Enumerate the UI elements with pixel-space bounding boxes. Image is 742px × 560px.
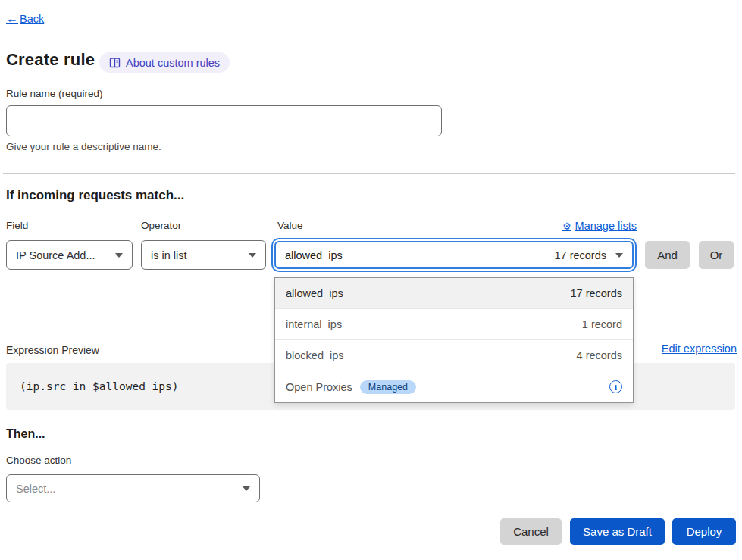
dropdown-option-allowed-ips[interactable]: allowed_ips 17 records xyxy=(275,278,633,309)
value-select-name: allowed_ips xyxy=(285,249,343,261)
list-name: internal_ips xyxy=(286,318,342,330)
page-title: Create rule xyxy=(6,50,95,70)
manage-lists-label: Manage lists xyxy=(575,220,637,232)
back-link-label: Back xyxy=(20,13,44,25)
about-custom-rules-label: About custom rules xyxy=(126,57,220,69)
list-count: 17 records xyxy=(570,287,622,299)
operator-label: Operator xyxy=(141,220,181,231)
list-name: blocked_ips xyxy=(286,349,344,361)
cancel-button[interactable]: Cancel xyxy=(500,518,562,545)
dropdown-option-open-proxies[interactable]: Open Proxies Managed i xyxy=(275,371,633,402)
back-link[interactable]: ←Back xyxy=(6,12,44,26)
expression-code: (ip.src in $allowed_ips) xyxy=(20,380,179,393)
gear-icon: ⚙ xyxy=(562,221,571,232)
choose-action-label: Choose action xyxy=(6,455,71,466)
value-label: Value xyxy=(277,220,303,231)
rule-name-label: Rule name (required) xyxy=(6,88,103,99)
book-icon xyxy=(109,58,121,68)
then-section-heading: Then... xyxy=(6,427,45,441)
value-dropdown-panel: allowed_ips 17 records internal_ips 1 re… xyxy=(274,277,634,403)
dropdown-option-internal-ips[interactable]: internal_ips 1 record xyxy=(275,309,633,340)
chevron-down-icon xyxy=(615,253,623,258)
rule-name-help-text: Give your rule a descriptive name. xyxy=(6,141,161,152)
rule-name-input[interactable] xyxy=(6,105,442,136)
expression-preview-label: Expression Preview xyxy=(6,344,99,356)
save-as-draft-button[interactable]: Save as Draft xyxy=(570,518,665,545)
section-divider xyxy=(3,173,735,174)
or-button[interactable]: Or xyxy=(699,241,734,269)
chevron-down-icon xyxy=(115,253,123,258)
chevron-down-icon xyxy=(243,486,250,491)
and-button[interactable]: And xyxy=(645,241,690,269)
field-select-value: IP Source Add... xyxy=(16,249,95,261)
manage-lists-link[interactable]: ⚙ Manage lists xyxy=(562,220,637,232)
about-custom-rules-link[interactable]: About custom rules xyxy=(99,52,230,73)
managed-badge: Managed xyxy=(360,380,416,394)
action-select[interactable]: Select... xyxy=(6,474,260,502)
match-section-heading: If incoming requests match... xyxy=(6,188,184,203)
value-select[interactable]: allowed_ips 17 records xyxy=(274,241,634,269)
info-icon[interactable]: i xyxy=(609,380,622,393)
value-select-count: 17 records xyxy=(554,249,606,261)
field-select[interactable]: IP Source Add... xyxy=(6,240,133,270)
operator-select-value: is in list xyxy=(151,249,187,261)
back-arrow-icon: ← xyxy=(6,12,18,26)
list-name: allowed_ips xyxy=(286,287,343,299)
list-count: 4 records xyxy=(577,349,622,361)
action-select-placeholder: Select... xyxy=(16,483,55,495)
list-name: Open Proxies xyxy=(286,381,352,393)
list-count: 1 record xyxy=(582,318,622,330)
dropdown-option-blocked-ips[interactable]: blocked_ips 4 records xyxy=(275,340,633,371)
edit-expression-link[interactable]: Edit expression xyxy=(662,343,737,355)
chevron-down-icon xyxy=(249,253,256,258)
operator-select[interactable]: is in list xyxy=(141,240,266,270)
deploy-button[interactable]: Deploy xyxy=(672,518,736,545)
field-label: Field xyxy=(6,220,28,231)
